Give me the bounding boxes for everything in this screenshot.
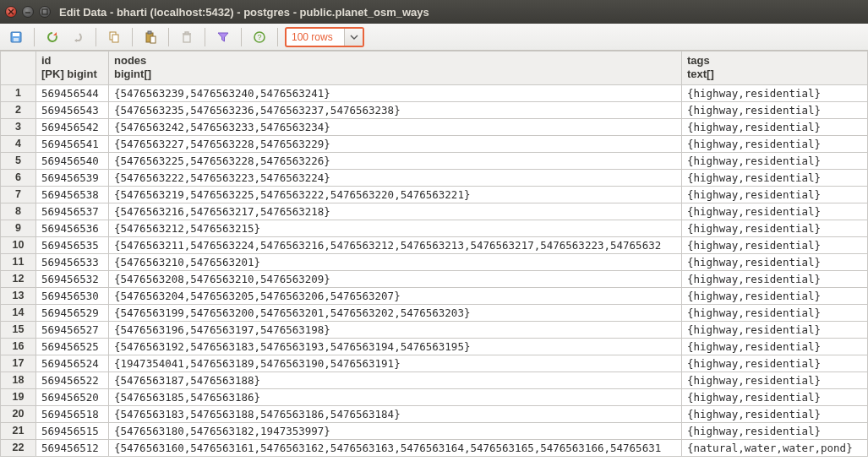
cell-tags[interactable]: {highway,residential} [682,186,868,203]
row-number[interactable]: 18 [1,372,36,388]
row-number[interactable]: 9 [1,220,36,236]
cell-tags[interactable]: {highway,residential} [682,101,868,118]
cell-tags[interactable]: {highway,residential} [682,304,868,321]
cell-nodes[interactable]: {5476563222,5476563223,5476563224} [109,169,682,186]
column-header-nodes[interactable]: nodes bigint[] [109,52,682,85]
cell-id[interactable]: 569456537 [36,203,109,220]
cell-id[interactable]: 569456518 [36,405,109,422]
cell-id[interactable]: 569456539 [36,169,109,186]
row-number[interactable]: 7 [1,186,36,203]
cell-tags[interactable]: {highway,residential} [682,388,868,405]
refresh-button[interactable] [41,26,63,48]
cell-nodes[interactable]: {5476563227,5476563228,5476563229} [109,135,682,152]
cell-id[interactable]: 569456544 [36,84,109,101]
data-grid[interactable]: id [PK] bigint nodes bigint[] tags text[… [0,51,868,461]
table-row[interactable]: 9569456536{5476563212,5476563215}{highwa… [1,220,868,236]
cell-tags[interactable]: {highway,residential} [682,253,868,270]
cell-id[interactable]: 569456530 [36,287,109,304]
cell-tags[interactable]: {highway,residential} [682,135,868,152]
row-number[interactable]: 6 [1,169,36,186]
rows-limit-combo[interactable] [285,27,364,47]
table-row[interactable]: 20569456518{5476563183,5476563188,547656… [1,405,868,422]
row-number[interactable]: 11 [1,253,36,270]
maximize-icon[interactable] [39,6,51,18]
row-number[interactable]: 19 [1,388,36,405]
cell-nodes[interactable]: {5476563160,5476563161,5476563162,547656… [109,439,682,456]
undo-button[interactable] [67,26,89,48]
row-number[interactable]: 4 [1,135,36,152]
cell-tags[interactable]: {highway,residential} [682,220,868,236]
delete-button[interactable] [176,26,198,48]
row-number[interactable]: 10 [1,236,36,253]
cell-id[interactable]: 569456540 [36,152,109,169]
table-row[interactable]: 11569456533{5476563210,5476563201}{highw… [1,253,868,270]
table-row[interactable]: 16569456525{5476563192,5476563183,547656… [1,338,868,355]
cell-tags[interactable]: {highway,residential} [682,405,868,422]
cell-id[interactable]: 569456542 [36,118,109,135]
cell-id[interactable]: 569456529 [36,304,109,321]
row-number[interactable]: 21 [1,422,36,439]
row-number[interactable]: 14 [1,304,36,321]
cell-tags[interactable]: {natural,water,water,pond} [682,439,868,456]
help-button[interactable]: ? [248,26,270,48]
cell-tags[interactable]: {highway,residential} [682,169,868,186]
row-number[interactable]: 8 [1,203,36,220]
cell-id[interactable]: 569456533 [36,253,109,270]
table-row[interactable]: 19569456520{5476563185,5476563186}{highw… [1,388,868,405]
row-number[interactable]: 3 [1,118,36,135]
table-row[interactable]: 8569456537{5476563216,5476563217,5476563… [1,203,868,220]
cell-id[interactable]: 569456536 [36,220,109,236]
cell-id[interactable]: 569456512 [36,439,109,456]
cell-id[interactable]: 569456543 [36,101,109,118]
table-row[interactable]: 18569456522{5476563187,5476563188}{highw… [1,372,868,388]
cell-nodes[interactable]: {5476563196,5476563197,5476563198} [109,321,682,338]
cell-nodes[interactable]: {5476563239,5476563240,5476563241} [109,84,682,101]
cell-id[interactable]: 569456538 [36,186,109,203]
cell-id[interactable]: 569456525 [36,338,109,355]
row-number[interactable]: 15 [1,321,36,338]
cell-tags[interactable]: {highway,residential} [682,287,868,304]
column-header-id[interactable]: id [PK] bigint [36,52,109,85]
table-row[interactable]: 10569456535{5476563211,5476563224,547656… [1,236,868,253]
cell-nodes[interactable]: {5476563225,5476563228,5476563226} [109,152,682,169]
cell-id[interactable]: 569456520 [36,388,109,405]
cell-nodes[interactable]: {5476563212,5476563215} [109,220,682,236]
table-row[interactable]: 21569456515{5476563180,5476563182,194735… [1,422,868,439]
save-button[interactable] [5,26,27,48]
cell-tags[interactable]: {highway,residential} [682,203,868,220]
cell-nodes[interactable]: {5476563219,5476563225,5476563222,547656… [109,186,682,203]
cell-nodes[interactable]: {5476563210,5476563201} [109,253,682,270]
cell-id[interactable]: 569456515 [36,422,109,439]
cell-nodes[interactable]: {5476563192,5476563183,5476563193,547656… [109,338,682,355]
chevron-down-icon[interactable] [344,29,363,46]
filter-button[interactable] [212,26,234,48]
row-number[interactable]: 17 [1,355,36,372]
cell-tags[interactable]: {highway,residential} [682,152,868,169]
cell-nodes[interactable]: {5476563199,5476563200,5476563201,547656… [109,304,682,321]
rows-limit-input[interactable] [287,31,344,43]
table-row[interactable]: 22569456512{5476563160,5476563161,547656… [1,439,868,456]
row-number[interactable]: 5 [1,152,36,169]
cell-nodes[interactable]: {5476563242,5476563233,5476563234} [109,118,682,135]
table-row[interactable]: 2569456543{5476563235,5476563236,5476563… [1,101,868,118]
row-number[interactable]: 16 [1,338,36,355]
cell-tags[interactable]: {highway,residential} [682,118,868,135]
table-row[interactable]: 4569456541{5476563227,5476563228,5476563… [1,135,868,152]
cell-nodes[interactable]: {5476563204,5476563205,5476563206,547656… [109,287,682,304]
cell-nodes[interactable]: {5476563216,5476563217,5476563218} [109,203,682,220]
cell-id[interactable]: 569456541 [36,135,109,152]
table-row[interactable]: 15569456527{5476563196,5476563197,547656… [1,321,868,338]
table-row[interactable]: 1569456544{5476563239,5476563240,5476563… [1,84,868,101]
cell-nodes[interactable]: {5476563187,5476563188} [109,372,682,388]
column-header-tags[interactable]: tags text[] [682,52,868,85]
row-number[interactable]: 13 [1,287,36,304]
cell-tags[interactable]: {highway,residential} [682,422,868,439]
cell-id[interactable]: 569456524 [36,355,109,372]
cell-id[interactable]: 569456527 [36,321,109,338]
cell-id[interactable]: 569456532 [36,270,109,287]
cell-tags[interactable]: {highway,residential} [682,236,868,253]
cell-nodes[interactable]: {5476563185,5476563186} [109,388,682,405]
cell-tags[interactable]: {highway,residential} [682,338,868,355]
cell-tags[interactable]: {highway,residential} [682,84,868,101]
cell-tags[interactable]: {highway,residential} [682,270,868,287]
